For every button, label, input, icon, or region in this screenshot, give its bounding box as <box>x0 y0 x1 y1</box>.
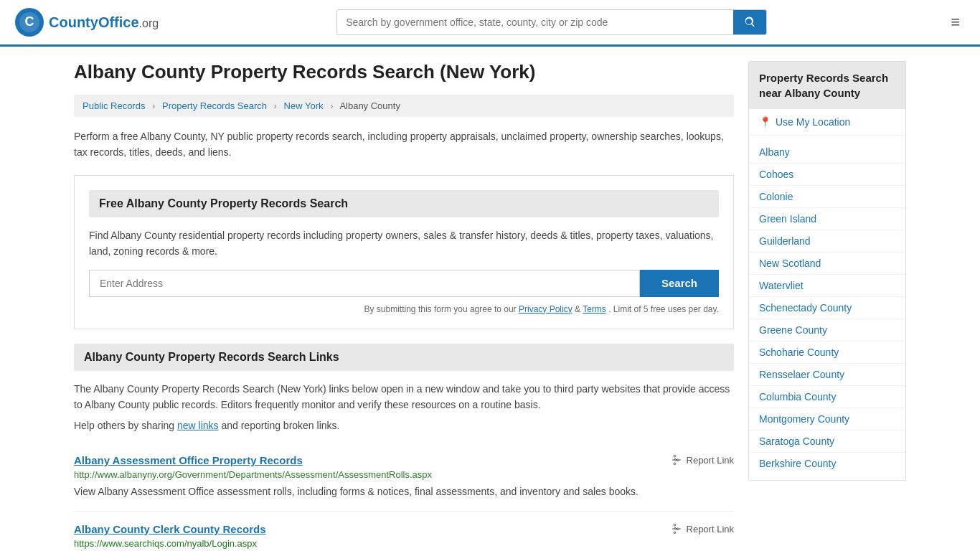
scissors-icon-2 <box>671 523 682 534</box>
record-item-2: Albany County Clerk County Records Repor… <box>74 512 734 551</box>
sidebar-link-rensselaer-county[interactable]: Rensselaer County <box>749 364 905 385</box>
header-search-bar[interactable] <box>336 9 767 35</box>
hamburger-menu[interactable]: ≡ <box>945 10 966 34</box>
sidebar-box: Property Records Search near Albany Coun… <box>748 61 906 481</box>
sidebar-title: Property Records Search near Albany Coun… <box>749 62 905 109</box>
sidebar-link-montgomery-county[interactable]: Montgomery County <box>749 408 905 430</box>
free-search-heading: Free Albany County Property Records Sear… <box>89 190 719 217</box>
free-search-section: Free Albany County Property Records Sear… <box>74 175 734 329</box>
record-item-header: Albany Assessment Office Property Record… <box>74 454 734 466</box>
links-section: Albany County Property Records Search Li… <box>74 344 734 551</box>
list-item: Guilderland <box>749 230 905 253</box>
site-header: C CountyOffice.org ≡ <box>0 0 980 47</box>
list-item: Schoharie County <box>749 342 905 364</box>
list-item: Berkshire County <box>749 453 905 474</box>
list-item: Columbia County <box>749 386 905 408</box>
record-url-2: https://www.searchiqs.com/nyalb/Login.as… <box>74 538 734 549</box>
sidebar-link-albany[interactable]: Albany <box>749 141 905 163</box>
list-item: Watervliet <box>749 275 905 297</box>
logo[interactable]: C CountyOffice.org <box>14 7 159 37</box>
sidebar-link-schenectady-county[interactable]: Schenectady County <box>749 297 905 319</box>
record-title-1[interactable]: Albany Assessment Office Property Record… <box>74 454 303 466</box>
header-search-input[interactable] <box>337 11 733 34</box>
search-icon <box>743 16 756 29</box>
breadcrumb-public-records[interactable]: Public Records <box>83 100 145 111</box>
privacy-policy-link[interactable]: Privacy Policy <box>519 304 573 314</box>
breadcrumb: Public Records › Property Records Search… <box>74 95 734 117</box>
sidebar-link-berkshire-county[interactable]: Berkshire County <box>749 453 905 474</box>
sidebar-link-new-scotland[interactable]: New Scotland <box>749 253 905 274</box>
svg-text:C: C <box>25 14 34 29</box>
list-item: Greene County <box>749 319 905 342</box>
sidebar: Property Records Search near Albany Coun… <box>748 61 906 551</box>
terms-text: By submitting this form you agree to our… <box>89 304 719 314</box>
list-item: New Scotland <box>749 253 905 275</box>
record-title-2[interactable]: Albany County Clerk County Records <box>74 523 266 535</box>
search-button[interactable]: Search <box>640 270 719 297</box>
report-link-button-2[interactable]: Report Link <box>671 523 734 534</box>
breadcrumb-property-records-search[interactable]: Property Records Search <box>162 100 267 111</box>
page-description: Perform a free Albany County, NY public … <box>74 128 734 161</box>
list-item: Saratoga County <box>749 430 905 453</box>
main-content: Albany County Property Records Search (N… <box>74 61 734 551</box>
sidebar-link-green-island[interactable]: Green Island <box>749 208 905 230</box>
share-text: Help others by sharing new links and rep… <box>74 420 734 431</box>
list-item: Green Island <box>749 208 905 230</box>
report-label-1: Report Link <box>687 455 734 466</box>
address-input[interactable] <box>89 270 640 297</box>
list-item: Albany <box>749 141 905 164</box>
report-label-2: Report Link <box>687 524 734 534</box>
links-section-heading: Albany County Property Records Search Li… <box>74 344 734 371</box>
sidebar-link-guilderland[interactable]: Guilderland <box>749 230 905 252</box>
sidebar-link-colonie[interactable]: Colonie <box>749 186 905 207</box>
breadcrumb-new-york[interactable]: New York <box>284 100 324 111</box>
list-item: Cohoes <box>749 164 905 186</box>
sidebar-link-watervliet[interactable]: Watervliet <box>749 275 905 296</box>
links-section-description: The Albany County Property Records Searc… <box>74 381 734 413</box>
use-location-link[interactable]: Use My Location <box>776 116 850 128</box>
sidebar-link-cohoes[interactable]: Cohoes <box>749 164 905 185</box>
logo-icon: C <box>14 7 44 37</box>
record-item: Albany Assessment Office Property Record… <box>74 443 734 512</box>
record-item-header-2: Albany County Clerk County Records Repor… <box>74 523 734 535</box>
new-links-link[interactable]: new links <box>177 420 219 431</box>
use-my-location[interactable]: 📍 Use My Location <box>749 109 905 136</box>
list-item: Rensselaer County <box>749 364 905 386</box>
header-search-button[interactable] <box>733 10 766 34</box>
address-search-row: Search <box>89 270 719 297</box>
logo-text: CountyOffice.org <box>49 14 159 31</box>
report-link-button-1[interactable]: Report Link <box>671 454 734 466</box>
page-title: Albany County Property Records Search (N… <box>74 61 734 83</box>
sidebar-link-greene-county[interactable]: Greene County <box>749 319 905 341</box>
record-description-1: View Albany Assessment Office assessment… <box>74 484 734 499</box>
scissors-icon <box>671 454 682 466</box>
breadcrumb-current: Albany County <box>339 100 400 111</box>
sidebar-link-columbia-county[interactable]: Columbia County <box>749 386 905 408</box>
sidebar-list: Albany Cohoes Colonie Green Island Guild… <box>749 136 905 480</box>
list-item: Schenectady County <box>749 297 905 319</box>
pin-icon: 📍 <box>759 116 771 128</box>
page-container: Albany County Property Records Search (N… <box>60 47 920 551</box>
terms-link[interactable]: Terms <box>583 304 606 314</box>
record-url-1: http://www.albanyny.org/Government/Depar… <box>74 469 734 480</box>
list-item: Colonie <box>749 186 905 208</box>
free-search-description: Find Albany County residential property … <box>89 227 719 260</box>
sidebar-link-schoharie-county[interactable]: Schoharie County <box>749 342 905 363</box>
sidebar-link-saratoga-county[interactable]: Saratoga County <box>749 430 905 452</box>
list-item: Montgomery County <box>749 408 905 430</box>
